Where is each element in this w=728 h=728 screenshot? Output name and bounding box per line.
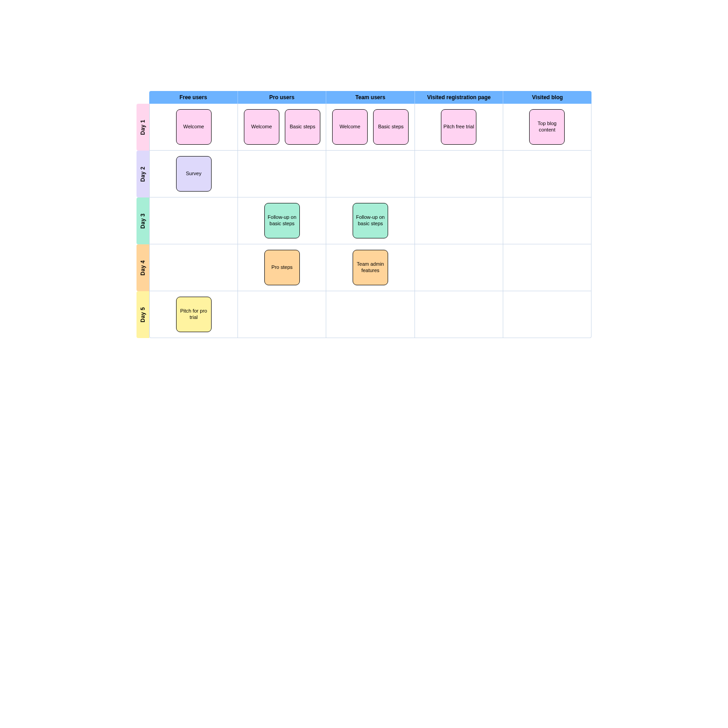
row-header-day-4: Day 4 <box>136 244 149 291</box>
cell-day1-registration: Pitch free trial <box>415 104 503 151</box>
cell-day2-team <box>326 151 415 197</box>
cell-day5-registration <box>415 291 503 338</box>
row-day-4: Day 4 Pro steps Team admin features <box>136 244 592 291</box>
cell-day5-blog <box>503 291 592 338</box>
cell-day4-registration <box>415 244 503 291</box>
row-cells: Pitch for pro trial <box>149 291 592 338</box>
card-team-admin-features[interactable]: Team admin features <box>353 250 388 285</box>
row-day-1: Day 1 Welcome Welcome Basic steps Welcom… <box>136 104 592 151</box>
row-label: Day 3 <box>140 213 146 229</box>
cell-day3-pro: Follow-up on basic steps <box>238 197 326 244</box>
cell-day4-free <box>149 244 238 291</box>
column-header-visited-registration: Visited registration page <box>415 91 504 104</box>
diagram-canvas: Free users Pro users Team users Visited … <box>0 0 728 728</box>
card-survey[interactable]: Survey <box>176 156 212 192</box>
row-day-2: Day 2 Survey <box>136 151 592 197</box>
corner-spacer <box>136 91 149 104</box>
cell-day1-team: Welcome Basic steps <box>326 104 415 151</box>
card-basic-steps-team[interactable]: Basic steps <box>373 109 409 145</box>
row-label: Day 4 <box>140 260 146 276</box>
cell-day1-blog: Top blog content <box>503 104 592 151</box>
row-header-day-1: Day 1 <box>136 104 149 151</box>
cell-day4-blog <box>503 244 592 291</box>
header-cells: Free users Pro users Team users Visited … <box>149 91 592 104</box>
card-followup-basic-team[interactable]: Follow-up on basic steps <box>353 203 388 238</box>
row-header-day-5: Day 5 <box>136 291 149 338</box>
cell-day1-pro: Welcome Basic steps <box>238 104 326 151</box>
row-day-5: Day 5 Pitch for pro trial <box>136 291 592 338</box>
column-header-pro-users: Pro users <box>238 91 327 104</box>
cell-day2-free: Survey <box>149 151 238 197</box>
card-pitch-pro-trial[interactable]: Pitch for pro trial <box>176 297 212 332</box>
card-basic-steps-pro[interactable]: Basic steps <box>285 109 320 145</box>
column-header-team-users: Team users <box>326 91 415 104</box>
card-pro-steps[interactable]: Pro steps <box>264 250 300 285</box>
column-header-visited-blog: Visited blog <box>503 91 592 104</box>
row-header-day-2: Day 2 <box>136 151 149 197</box>
cell-day2-registration <box>415 151 503 197</box>
row-label: Day 2 <box>140 167 146 182</box>
card-followup-basic-pro[interactable]: Follow-up on basic steps <box>264 203 300 238</box>
card-welcome-pro[interactable]: Welcome <box>244 109 279 145</box>
row-day-3: Day 3 Follow-up on basic steps Follow-up… <box>136 197 592 244</box>
cell-day3-free <box>149 197 238 244</box>
row-cells: Welcome Welcome Basic steps Welcome Basi… <box>149 104 592 151</box>
matrix-grid: Free users Pro users Team users Visited … <box>136 91 592 338</box>
header-row: Free users Pro users Team users Visited … <box>136 91 592 104</box>
column-header-free-users: Free users <box>149 91 238 104</box>
row-cells: Survey <box>149 151 592 197</box>
card-welcome-team[interactable]: Welcome <box>332 109 368 145</box>
card-welcome-free[interactable]: Welcome <box>176 109 212 145</box>
cell-day4-team: Team admin features <box>326 244 415 291</box>
card-pitch-free-trial[interactable]: Pitch free trial <box>441 109 476 145</box>
cell-day3-blog <box>503 197 592 244</box>
cell-day3-registration <box>415 197 503 244</box>
cell-day2-pro <box>238 151 326 197</box>
row-header-day-3: Day 3 <box>136 197 149 244</box>
cell-day2-blog <box>503 151 592 197</box>
row-cells: Follow-up on basic steps Follow-up on ba… <box>149 197 592 244</box>
cell-day4-pro: Pro steps <box>238 244 326 291</box>
cell-day5-pro <box>238 291 326 338</box>
card-top-blog-content[interactable]: Top blog content <box>529 109 565 145</box>
row-label: Day 5 <box>140 307 146 323</box>
cell-day5-free: Pitch for pro trial <box>149 291 238 338</box>
row-cells: Pro steps Team admin features <box>149 244 592 291</box>
cell-day5-team <box>326 291 415 338</box>
row-label: Day 1 <box>140 120 146 135</box>
cell-day3-team: Follow-up on basic steps <box>326 197 415 244</box>
cell-day1-free: Welcome <box>149 104 238 151</box>
